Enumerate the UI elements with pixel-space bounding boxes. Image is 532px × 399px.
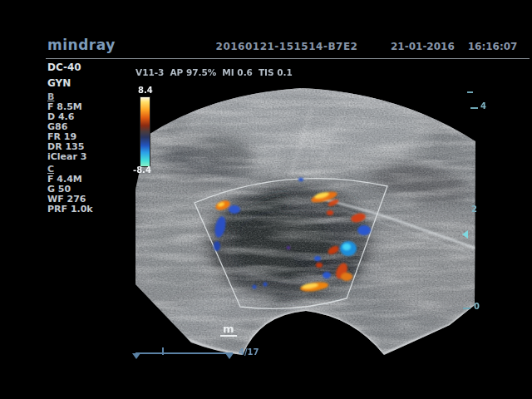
tis-label: TIS 0.1 [259,67,293,77]
header-divider [46,58,530,59]
scale-ruler-tick [162,347,164,355]
depth-mark-2: 2 [471,204,477,214]
machine-model: DC-40 [47,62,81,73]
ruler-start-marker [132,353,140,359]
image-info-bar: V11-3 AP 97.5% MI 0.6 TIS 0.1 [135,67,293,77]
depth-tick [467,91,473,93]
depth-mark-4: 4 [480,101,486,111]
date-label: 21-01-2016 [391,41,455,52]
depth-mark-0: 0 [474,302,480,311]
velocity-scale-min: -8.4 [133,165,151,175]
exam-id: 20160121-151514-B7E2 [208,41,366,52]
ruler-end-marker [225,353,234,359]
depth-tick [463,308,470,309]
exam-preset: GYN [47,77,71,89]
ultrasound-screen: mindray 20160121-151514-B7E2 21-01-2016 … [0,0,532,399]
orientation-marker: m [223,323,234,335]
acoustic-power-label: AP 97.5% [170,67,216,77]
doppler-color-bar [140,96,150,167]
orientation-marker-underline [220,335,237,337]
fan-tissue [125,75,495,366]
b-param-iclear: iClear 3 [47,151,86,162]
mi-label: MI 0.6 [222,67,253,77]
velocity-scale-max: 8.4 [138,86,153,95]
depth-tick [470,107,478,109]
c-param-prf: PRF 1.0k [47,204,93,214]
probe-label: V11-3 [135,67,164,77]
time-label: 16:16:07 [468,41,518,52]
cine-frame-counter[interactable]: 4/17 [239,347,259,357]
scale-ruler [135,352,233,354]
datetime: 21-01-2016 16:16:07 [391,41,522,52]
mindray-logo: mindray [47,37,116,53]
focus-position-marker[interactable] [462,230,468,239]
